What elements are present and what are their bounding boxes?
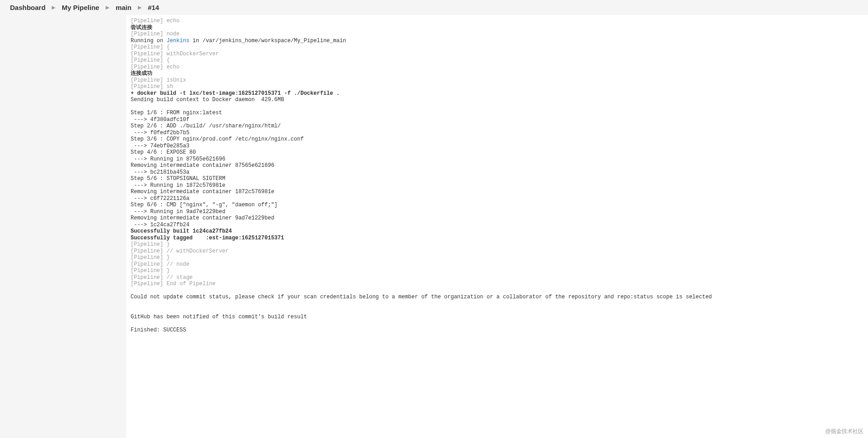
console-line — [131, 301, 863, 307]
console-line: Removing intermediate container 1872c576… — [131, 189, 863, 195]
console-line: Successfully tagged :est-image:162512701… — [131, 235, 863, 242]
node-link[interactable]: Jenkins — [166, 38, 189, 44]
console-line: [Pipeline] } — [131, 254, 863, 261]
console-line: [Pipeline] echo — [131, 64, 863, 71]
console-line: Step 4/6 : EXPOSE 80 — [131, 149, 863, 156]
console-line: ---> 1c24ca27fb24 — [131, 222, 863, 229]
console-line: Successfully built 1c24ca27fb24 — [131, 228, 863, 235]
console-line — [131, 307, 863, 314]
console-line: 连接成功 — [131, 70, 863, 77]
console-line: Step 2/6 : ADD ./build/ /usr/share/nginx… — [131, 123, 863, 130]
breadcrumb-item-build[interactable]: #14 — [148, 4, 159, 11]
console-line: Running on Jenkins in /var/jenkins_home/… — [131, 38, 863, 44]
console-line: [Pipeline] withDockerServer — [131, 51, 863, 58]
console-line: Removing intermediate container 9ad7e122… — [131, 215, 863, 222]
console-output: [Pipeline] echo尝试连接[Pipeline] nodeRunnin… — [131, 18, 863, 333]
console-line — [131, 320, 863, 327]
chevron-right-icon: ▶ — [106, 5, 109, 10]
console-line: [Pipeline] echo — [131, 18, 863, 24]
console-line: Step 5/6 : STOPSIGNAL SIGTERM — [131, 175, 863, 182]
console-line: Step 1/6 : FROM nginx:latest — [131, 110, 863, 117]
console-line: [Pipeline] } — [131, 268, 863, 274]
console-line: ---> 4f380adfc10f — [131, 117, 863, 123]
chevron-right-icon: ▶ — [52, 5, 55, 10]
console-line: [Pipeline] { — [131, 44, 863, 51]
console-line: Sending build context to Docker daemon 4… — [131, 97, 863, 103]
console-line: [Pipeline] isUnix — [131, 77, 863, 84]
breadcrumb-item-pipeline[interactable]: My Pipeline — [62, 4, 99, 11]
breadcrumb-item-branch[interactable]: main — [116, 4, 132, 11]
console-line: [Pipeline] node — [131, 31, 863, 38]
console-line: 尝试连接 — [131, 24, 863, 31]
console-line: ---> Running in 87565e621696 — [131, 156, 863, 163]
console-line: Step 3/6 : COPY nginx/prod.conf /etc/ngi… — [131, 136, 863, 143]
console-line: Could not update commit status, please c… — [131, 294, 863, 301]
console-line: [Pipeline] // withDockerServer — [131, 248, 863, 255]
console-line: [Pipeline] // node — [131, 261, 863, 268]
console-line: ---> 74ebf0e285a3 — [131, 143, 863, 150]
console-line: [Pipeline] { — [131, 57, 863, 64]
console-line: + docker build -t lxc/test-image:1625127… — [131, 90, 863, 97]
watermark: @掘金技术社区 — [825, 428, 863, 435]
console-panel: [Pipeline] echo尝试连接[Pipeline] nodeRunnin… — [126, 15, 868, 438]
console-line: GitHub has been notified of this commit'… — [131, 314, 863, 321]
console-line: [Pipeline] End of Pipeline — [131, 281, 863, 287]
console-line: Removing intermediate container 87565e62… — [131, 162, 863, 169]
breadcrumb: Dashboard ▶ My Pipeline ▶ main ▶ #14 — [0, 0, 868, 15]
chevron-right-icon: ▶ — [138, 5, 141, 10]
console-line: ---> Running in 1872c576981e — [131, 182, 863, 189]
console-line: [Pipeline] // stage — [131, 274, 863, 281]
console-line: ---> bc2181ba453a — [131, 169, 863, 176]
console-line — [131, 103, 863, 110]
console-line: ---> Running in 9ad7e1229bed — [131, 209, 863, 215]
console-line: [Pipeline] } — [131, 241, 863, 248]
console-line: [Pipeline] sh — [131, 83, 863, 90]
console-line: ---> c6f72221126a — [131, 195, 863, 202]
breadcrumb-item-dashboard[interactable]: Dashboard — [10, 4, 45, 11]
console-line: Step 6/6 : CMD ["nginx", "-g", "daemon o… — [131, 202, 863, 209]
console-line: Finished: SUCCESS — [131, 327, 863, 334]
console-line: ---> f0fedf2bb7b5 — [131, 130, 863, 136]
console-line — [131, 287, 863, 294]
